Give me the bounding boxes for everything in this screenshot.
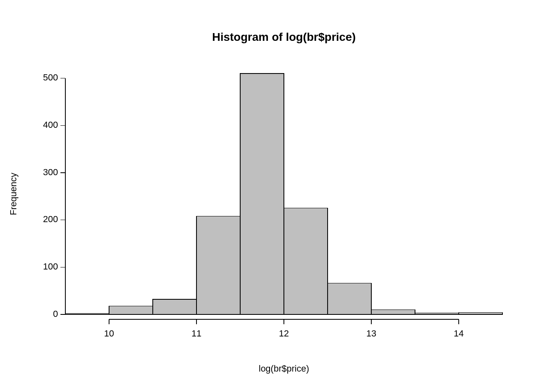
histogram-bar [415,313,459,314]
x-tick-label: 10 [104,328,114,339]
histogram-bar [328,283,371,314]
x-tick-label: 14 [454,328,464,339]
x-ticks: 1011121314 [104,319,464,339]
chart-container: Histogram of log(br$price)01002003004005… [0,0,549,392]
y-tick-label: 100 [43,261,58,272]
histogram-svg: Histogram of log(br$price)01002003004005… [0,0,549,392]
y-tick-label: 200 [43,214,58,224]
x-tick-label: 11 [192,328,201,339]
chart-title: Histogram of log(br$price) [212,31,356,43]
histogram-bar [196,216,240,314]
y-tick-label: 500 [43,72,58,82]
histogram-bar [459,312,502,314]
y-axis-label: Frequency [8,173,18,215]
histogram-bar [371,310,415,314]
x-tick-label: 12 [279,328,289,339]
histogram-bar [240,74,284,314]
y-tick-label: 0 [53,309,58,319]
histogram-bar [284,208,328,314]
y-tick-label: 300 [43,167,58,177]
x-tick-label: 13 [366,328,376,339]
x-axis-label: log(br$price) [259,363,309,374]
histogram-bar [109,306,153,314]
y-tick-label: 400 [43,120,58,130]
bars-group [65,74,502,314]
y-ticks: 0100200300400500 [43,72,65,318]
histogram-bar [65,314,109,314]
histogram-bar [153,299,196,314]
